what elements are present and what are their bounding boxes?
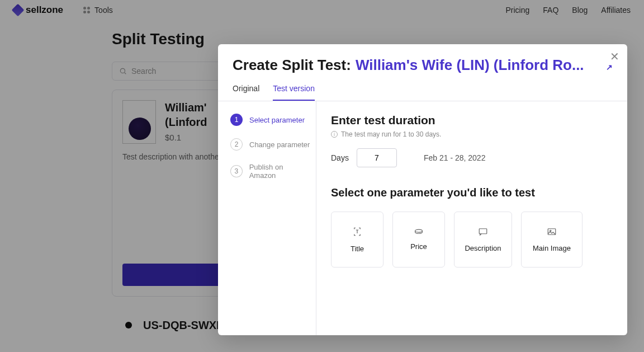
- step-change-parameter[interactable]: 2 Change parameter: [230, 138, 310, 151]
- title-icon: [352, 227, 362, 237]
- duration-hint: The test may run for 1 to 30 days.: [341, 130, 441, 138]
- date-range: Feb 21 - 28, 2022: [424, 153, 486, 162]
- tab-test-version[interactable]: Test version: [273, 84, 315, 101]
- param-label: Description: [465, 244, 501, 252]
- step-publish-amazon[interactable]: 3 Publish on Amazon: [230, 163, 310, 180]
- param-label: Price: [410, 242, 427, 251]
- parameter-heading: Select one parameter you'd like to test: [331, 186, 613, 199]
- modal-product-name[interactable]: William's Wife (LIN) (Linford Ro...: [356, 57, 602, 74]
- step-number: 2: [230, 138, 243, 151]
- image-icon: [547, 227, 557, 236]
- svg-rect-3: [479, 228, 487, 233]
- step-label: Publish on Amazon: [249, 163, 310, 180]
- param-price[interactable]: Price: [392, 212, 445, 267]
- description-icon: [478, 227, 488, 236]
- param-title[interactable]: Title: [331, 212, 383, 267]
- close-icon[interactable]: ✕: [610, 50, 619, 63]
- step-number: 1: [230, 114, 243, 126]
- external-link-icon[interactable]: ↗: [606, 63, 613, 72]
- param-label: Title: [351, 245, 364, 253]
- modal-title-prefix: Create Split Test:: [233, 57, 351, 74]
- param-label: Main Image: [533, 244, 571, 252]
- price-icon: [414, 229, 424, 234]
- days-label: Days: [331, 153, 349, 162]
- days-input[interactable]: [357, 148, 397, 167]
- param-main-image[interactable]: Main Image: [521, 212, 583, 267]
- step-number: 3: [230, 165, 243, 177]
- step-select-parameter[interactable]: 1 Select parameter: [230, 114, 310, 126]
- step-label: Select parameter: [249, 116, 305, 124]
- step-label: Change parameter: [249, 140, 310, 149]
- create-split-test-modal: ✕ Create Split Test: William's Wife (LIN…: [218, 44, 627, 335]
- info-icon: i: [331, 131, 338, 138]
- duration-heading: Enter test duration: [331, 114, 613, 127]
- svg-point-2: [415, 229, 423, 232]
- param-description[interactable]: Description: [454, 212, 512, 267]
- tab-original[interactable]: Original: [233, 84, 259, 101]
